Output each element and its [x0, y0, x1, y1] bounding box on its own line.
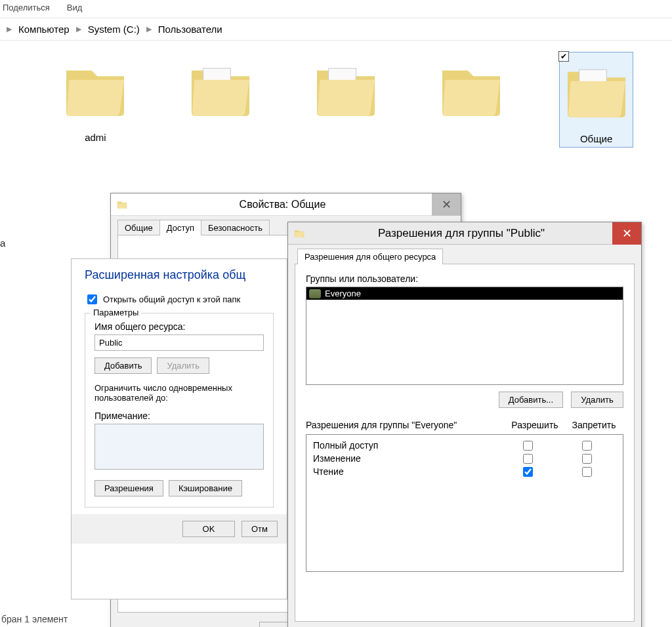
perm-allow-read[interactable]	[523, 467, 533, 477]
permissions-table: Полный доступ Изменение Чтение	[306, 434, 623, 572]
tab-access[interactable]: Доступ	[159, 220, 201, 235]
permissions-header: Разрешения для группы "Everyone" Разреши…	[306, 420, 623, 430]
sidebar-fragment: а	[0, 237, 5, 249]
caching-button[interactable]: Кэширование	[169, 480, 242, 496]
permissions-for-label: Разрешения для группы "Everyone"	[306, 420, 505, 430]
parameters-legend: Параметры	[91, 308, 141, 317]
ok-button[interactable]: OK	[182, 521, 235, 537]
share-folder-checkbox-input[interactable]	[87, 294, 97, 304]
perm-label: Полный доступ	[313, 440, 498, 451]
allow-header: Разрешить	[505, 420, 564, 430]
perm-label: Изменение	[313, 453, 498, 464]
chevron-right-icon: ▶	[7, 25, 12, 33]
perm-allow-full[interactable]	[523, 441, 533, 451]
add-user-button[interactable]: Добавить...	[499, 392, 563, 408]
status-bar: бран 1 элемент	[0, 611, 69, 627]
dialog-heading: Расширенная настройка общ	[72, 259, 287, 289]
permissions-button[interactable]: Разрешения	[94, 480, 163, 496]
note-label: Примечание:	[94, 411, 264, 421]
users-group-icon	[309, 289, 321, 298]
perm-row-read: Чтение	[313, 465, 616, 478]
tab-body: Группы или пользователи: Everyone Добави…	[295, 264, 635, 622]
folder-icon	[116, 199, 128, 211]
chevron-right-icon: ▶	[146, 25, 152, 33]
folder-open-icon	[310, 52, 382, 125]
folder-grid: admi ✔	[0, 41, 672, 153]
folder-icon	[59, 52, 131, 125]
titlebar[interactable]: Свойства: Общие ✕	[111, 193, 461, 216]
breadcrumb-drive[interactable]: System (C:)	[88, 24, 140, 35]
user-row-everyone[interactable]: Everyone	[306, 287, 623, 300]
tab-security[interactable]: Безопасность	[201, 220, 270, 235]
close-button[interactable]: ✕	[432, 193, 461, 216]
titlebar[interactable]: Разрешения для группы "Public" ✕	[288, 222, 641, 245]
deny-header: Запретить	[564, 420, 623, 430]
add-share-button[interactable]: Добавить	[94, 357, 152, 374]
perm-deny-full[interactable]	[582, 441, 592, 451]
dialog-title: Разрешения для группы "Public"	[310, 227, 612, 240]
perm-allow-change[interactable]	[523, 454, 533, 464]
folder-label: admi	[59, 132, 132, 143]
permissions-dialog: Разрешения для группы "Public" ✕ Разреше…	[287, 222, 642, 627]
parameters-group: Параметры Имя общего ресурса: Добавить У…	[85, 313, 274, 508]
folder-item-selected[interactable]: ✔ Общие	[560, 52, 633, 147]
menubar: Поделиться Вид	[0, 0, 672, 18]
dialog-title: Свойства: Общие	[133, 199, 432, 211]
folder-label: Общие	[560, 133, 633, 144]
folder-icon	[435, 52, 507, 125]
breadcrumb-computer[interactable]: Компьютер	[18, 24, 70, 35]
perm-label: Чтение	[313, 466, 498, 477]
delete-user-button[interactable]: Удалить	[571, 392, 623, 408]
tab-general[interactable]: Общие	[117, 220, 160, 235]
close-button[interactable]: ✕	[612, 222, 641, 245]
share-name-label: Имя общего ресурса:	[94, 321, 264, 332]
folder-item[interactable]	[184, 52, 257, 147]
user-name: Everyone	[325, 289, 361, 298]
share-folder-checkbox-label: Открыть общий доступ к этой папк	[103, 294, 240, 304]
folder-item[interactable]: admi	[59, 52, 132, 147]
menu-view[interactable]: Вид	[67, 3, 83, 12]
advanced-sharing-dialog: Расширенная настройка общ Открыть общий …	[71, 258, 287, 599]
note-textarea[interactable]	[94, 424, 264, 470]
folder-checkbox[interactable]: ✔	[558, 51, 569, 62]
folder-open-icon	[184, 52, 257, 125]
breadcrumb: ▶ Компьютер ▶ System (C:) ▶ Пользователи	[0, 18, 672, 41]
folder-icon	[293, 228, 305, 239]
share-name-input[interactable]	[94, 334, 264, 351]
folder-item[interactable]	[310, 52, 383, 147]
limit-users-label: Ограничить число одновременных пользоват…	[94, 383, 264, 403]
folder-open-icon	[560, 54, 633, 126]
menu-share[interactable]: Поделиться	[3, 3, 50, 12]
perm-deny-change[interactable]	[582, 454, 592, 464]
groups-users-label: Группы или пользователи:	[306, 273, 623, 284]
perm-row-change: Изменение	[313, 452, 616, 465]
explorer-content: а admi	[0, 41, 672, 578]
delete-share-button: Удалить	[157, 357, 209, 374]
folder-item[interactable]	[434, 52, 507, 147]
share-folder-checkbox[interactable]: Открыть общий доступ к этой папк	[85, 293, 274, 306]
chevron-right-icon: ▶	[76, 25, 81, 33]
perm-row-full: Полный доступ	[313, 439, 616, 452]
tab-share-permissions[interactable]: Разрешения для общего ресурса	[297, 249, 443, 264]
perm-deny-read[interactable]	[582, 467, 592, 477]
users-list[interactable]: Everyone	[306, 287, 623, 385]
breadcrumb-users[interactable]: Пользователи	[158, 24, 222, 35]
cancel-button[interactable]: Отм	[242, 521, 278, 537]
